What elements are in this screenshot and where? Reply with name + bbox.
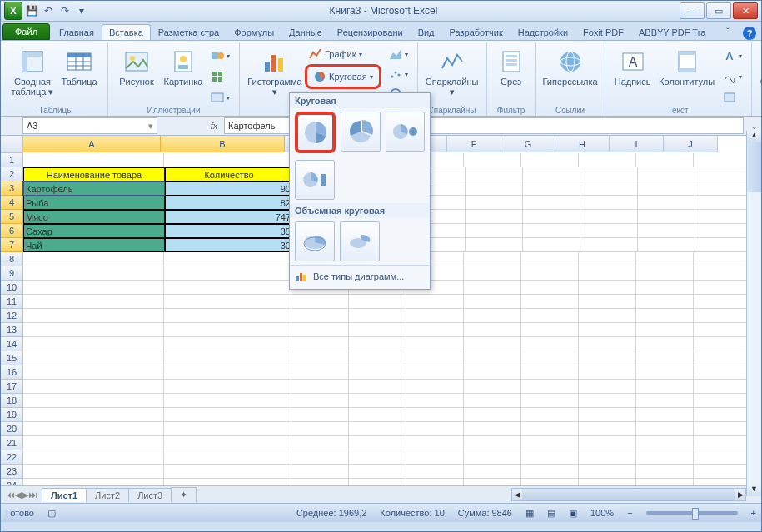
header-footer-button[interactable]: Колонтитулы xyxy=(655,44,719,89)
area-chart-button[interactable]: ▾ xyxy=(385,44,412,64)
cell[interactable] xyxy=(464,436,521,450)
cell[interactable]: Рыба xyxy=(23,196,165,210)
cell[interactable] xyxy=(636,295,694,309)
cell[interactable] xyxy=(464,380,521,394)
cell[interactable] xyxy=(464,394,521,408)
cell[interactable]: Чай xyxy=(23,238,165,252)
ribbon-tab[interactable]: Рецензировани xyxy=(330,24,411,40)
cell[interactable] xyxy=(164,351,291,365)
cell[interactable] xyxy=(291,465,349,479)
cell[interactable] xyxy=(406,394,464,408)
sheet-tab[interactable]: Лист2 xyxy=(86,488,129,502)
cell[interactable] xyxy=(464,153,521,167)
cell[interactable] xyxy=(349,365,406,380)
cell[interactable] xyxy=(164,295,291,309)
cell[interactable] xyxy=(694,479,751,485)
cell[interactable] xyxy=(406,408,464,422)
cell[interactable] xyxy=(164,365,291,380)
cell[interactable] xyxy=(406,365,464,380)
help-icon[interactable]: ? xyxy=(743,27,756,40)
cell[interactable] xyxy=(694,323,751,337)
cell[interactable] xyxy=(23,380,164,394)
screenshot-button[interactable]: ▾ xyxy=(207,87,234,107)
cell[interactable] xyxy=(579,380,636,394)
cell[interactable] xyxy=(464,323,521,337)
row-header[interactable]: 16 xyxy=(1,365,23,380)
cell[interactable] xyxy=(164,337,291,351)
cell[interactable] xyxy=(521,351,579,365)
cell[interactable] xyxy=(694,408,751,422)
cell[interactable] xyxy=(466,238,523,252)
cell[interactable] xyxy=(579,281,636,295)
view-pagebreak-icon[interactable]: ▣ xyxy=(569,508,577,519)
cell[interactable] xyxy=(164,323,291,337)
bar-of-pie-option[interactable] xyxy=(295,160,335,200)
zoom-slider[interactable] xyxy=(646,511,738,515)
cell[interactable] xyxy=(406,380,464,394)
cell[interactable] xyxy=(579,351,636,365)
row-header[interactable]: 2 xyxy=(1,167,23,181)
cell[interactable] xyxy=(406,295,464,309)
row-header[interactable]: 11 xyxy=(1,295,23,309)
cell[interactable] xyxy=(23,365,164,380)
cell[interactable]: Наименование товара xyxy=(23,167,165,181)
cell[interactable]: 35 xyxy=(165,224,293,238)
cell[interactable] xyxy=(523,210,580,224)
scroll-thumb[interactable] xyxy=(747,142,761,192)
cell[interactable] xyxy=(523,224,580,238)
cell[interactable] xyxy=(23,465,164,479)
cell[interactable] xyxy=(579,309,636,323)
cell[interactable] xyxy=(464,252,521,266)
cell[interactable] xyxy=(349,295,406,309)
cell[interactable] xyxy=(694,337,751,351)
row-header[interactable]: 10 xyxy=(1,281,23,295)
cell[interactable] xyxy=(406,351,464,365)
cell[interactable] xyxy=(636,479,694,485)
column-header[interactable]: A xyxy=(23,136,161,152)
cell[interactable] xyxy=(406,465,464,479)
row-header[interactable]: 1 xyxy=(1,153,23,167)
cell[interactable] xyxy=(23,153,164,167)
cell[interactable] xyxy=(638,238,695,252)
cell[interactable] xyxy=(164,465,291,479)
cell[interactable] xyxy=(636,153,694,167)
cell[interactable] xyxy=(349,380,406,394)
ribbon-tab[interactable]: Надстройки xyxy=(510,24,575,40)
cell[interactable] xyxy=(695,210,753,224)
ribbon-tab[interactable]: Формулы xyxy=(227,24,281,40)
symbols-button[interactable]: Ω Символы ▾ xyxy=(757,44,762,99)
row-header[interactable]: 18 xyxy=(1,394,23,408)
cell[interactable] xyxy=(464,479,521,485)
row-header[interactable]: 21 xyxy=(1,436,23,450)
cell[interactable] xyxy=(636,309,694,323)
cell[interactable] xyxy=(23,422,164,436)
cell[interactable] xyxy=(694,365,751,380)
cell[interactable] xyxy=(695,181,753,196)
row-header[interactable]: 14 xyxy=(1,337,23,351)
expand-formula-icon[interactable]: ⌄ xyxy=(747,121,761,132)
scroll-left-icon[interactable]: ◀ xyxy=(512,489,522,500)
cell[interactable] xyxy=(580,181,638,196)
last-sheet-icon[interactable]: ⏭ xyxy=(28,490,37,500)
ribbon-tab[interactable]: Foxit PDF xyxy=(575,24,631,40)
cell[interactable]: Мясо xyxy=(23,210,165,224)
cell[interactable] xyxy=(164,450,291,465)
cell[interactable] xyxy=(349,337,406,351)
cell[interactable] xyxy=(349,408,406,422)
cell[interactable] xyxy=(464,422,521,436)
cell[interactable] xyxy=(636,422,694,436)
cell[interactable] xyxy=(291,436,349,450)
cell[interactable] xyxy=(694,153,751,167)
cell[interactable] xyxy=(164,380,291,394)
cell[interactable] xyxy=(580,238,638,252)
cell[interactable] xyxy=(579,465,636,479)
cell[interactable]: 30 xyxy=(165,238,293,252)
cell[interactable] xyxy=(638,224,695,238)
cell[interactable] xyxy=(349,450,406,465)
column-header[interactable]: F xyxy=(447,136,501,152)
cell[interactable] xyxy=(464,408,521,422)
cell[interactable] xyxy=(636,365,694,380)
maximize-button[interactable]: ▭ xyxy=(706,2,731,19)
horizontal-scrollbar[interactable]: ◀ ▶ xyxy=(511,488,746,501)
cell[interactable] xyxy=(164,281,291,295)
